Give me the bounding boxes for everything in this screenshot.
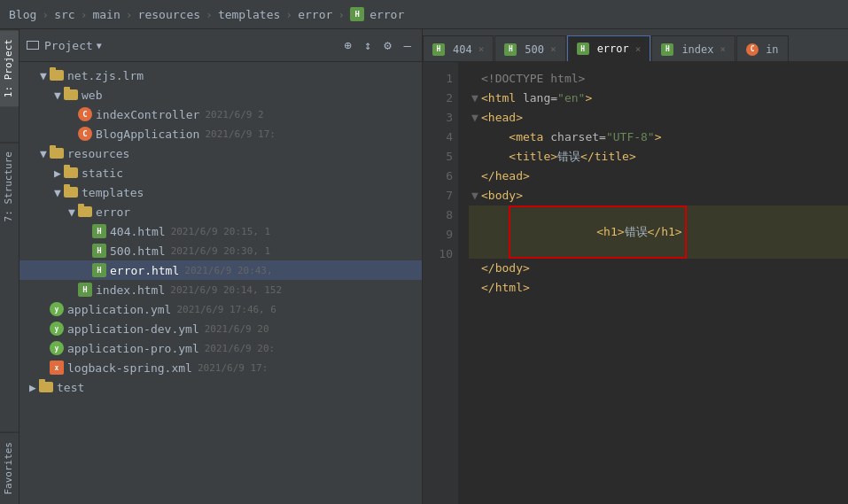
- editor-area: H 404 × H 500 × H error × H index × C in: [423, 29, 848, 504]
- folder-icon: [50, 148, 64, 159]
- line-numbers: 1 2 3 4 5 6 7 8 9 10: [423, 62, 458, 504]
- folder-icon: [64, 89, 78, 100]
- item-name: static: [82, 167, 123, 180]
- code-text: <head>: [481, 108, 523, 128]
- list-item[interactable]: y application-dev.yml 2021/6/9 20: [19, 319, 422, 338]
- code-text: <html: [481, 89, 523, 108]
- list-item[interactable]: C indexController 2021/6/9 2: [19, 105, 422, 124]
- item-name: web: [82, 89, 102, 102]
- tab-close[interactable]: ×: [720, 43, 727, 55]
- list-item[interactable]: ▼ error: [19, 202, 422, 221]
- tab-in[interactable]: C in: [736, 35, 788, 62]
- code-text: [481, 128, 509, 147]
- code-attr: lang=: [523, 89, 557, 108]
- code-text: >: [585, 89, 592, 108]
- code-text: </h1>: [648, 225, 682, 238]
- list-item[interactable]: ▶ static: [19, 163, 422, 182]
- item-meta: 2021/6/9 20:15, 1: [171, 226, 271, 237]
- item-name: resources: [67, 147, 129, 160]
- file-tree: ▼ net.zjs.lrm ▼ web C indexController 20…: [19, 62, 422, 504]
- java-icon: C: [78, 107, 92, 121]
- code-val: "en": [557, 89, 585, 108]
- yaml-icon: y: [50, 322, 64, 336]
- list-item[interactable]: ▶ test: [19, 377, 422, 397]
- panel-dropdown-icon[interactable]: ▼: [97, 41, 102, 50]
- vtab-favorites[interactable]: Favorites: [0, 432, 19, 504]
- tree-arrow: ▶: [27, 381, 39, 393]
- tab-close[interactable]: ×: [478, 43, 485, 55]
- html-icon: H: [92, 263, 106, 277]
- tab-500[interactable]: H 500 ×: [494, 35, 565, 62]
- item-meta: 2021/6/9 20:14, 152: [170, 284, 282, 296]
- breadcrumb-error-file[interactable]: error: [370, 8, 404, 21]
- tab-bar: H 404 × H 500 × H error × H index × C in: [423, 29, 848, 62]
- tab-404[interactable]: H 404 ×: [423, 35, 494, 62]
- breadcrumb-main[interactable]: main: [92, 8, 120, 21]
- fold-arrow: ▼: [469, 108, 481, 128]
- item-name: logback-spring.xml: [67, 361, 192, 375]
- tree-arrow: ▼: [37, 69, 50, 81]
- vtab-structure[interactable]: 7: Structure: [0, 142, 19, 230]
- fold-arrow: ▼: [469, 186, 481, 205]
- panel-btn-scope[interactable]: ⊕: [340, 36, 354, 54]
- breadcrumb-error-folder[interactable]: error: [298, 8, 332, 21]
- item-name: error.html: [110, 264, 179, 277]
- breadcrumb-file-icon: H: [350, 7, 364, 21]
- panel-header: Project ▼ ⊕ ↕ ⚙ —: [19, 29, 422, 62]
- breadcrumb-templates[interactable]: templates: [218, 8, 280, 21]
- folder-icon: [78, 206, 92, 217]
- list-item[interactable]: y application.yml 2021/6/9 17:46, 6: [19, 299, 422, 319]
- list-item[interactable]: x logback-spring.xml 2021/6/9 17:: [19, 358, 422, 377]
- tab-label: 500: [525, 43, 544, 56]
- item-name: 500.html: [110, 244, 166, 258]
- item-name: templates: [82, 186, 144, 199]
- code-line: ▼ <head>: [469, 108, 848, 128]
- list-item[interactable]: ▼ web: [19, 85, 422, 105]
- item-meta: 2021/6/9 20:: [205, 343, 275, 354]
- list-item[interactable]: y application-pro.yml 2021/6/9 20:: [19, 338, 422, 358]
- list-item[interactable]: H 500.html 2021/6/9 20:30, 1: [19, 241, 422, 260]
- list-item[interactable]: ▼ net.zjs.lrm: [19, 66, 422, 85]
- list-item[interactable]: H 404.html 2021/6/9 20:15, 1: [19, 221, 422, 241]
- tab-label: 404: [453, 43, 472, 56]
- code-line: <title>错误</title>: [469, 147, 848, 167]
- vtab-project[interactable]: 1: Project: [0, 29, 19, 106]
- panel-btn-collapse[interactable]: ↕: [361, 36, 375, 54]
- code-editor: 1 2 3 4 5 6 7 8 9 10 <!DOCTYPE html>: [423, 62, 848, 504]
- list-item[interactable]: H error.html 2021/6/9 20:43,: [19, 260, 422, 280]
- item-meta: 2021/6/9 17:46, 6: [176, 304, 276, 315]
- tab-close[interactable]: ×: [550, 43, 556, 55]
- item-meta: 2021/6/9 20:43,: [184, 265, 272, 276]
- list-item[interactable]: ▼ templates: [19, 182, 422, 202]
- folder-icon: [64, 187, 78, 198]
- breadcrumb-src[interactable]: src: [54, 8, 74, 21]
- breadcrumb-resources[interactable]: resources: [138, 8, 200, 21]
- tab-index[interactable]: H index ×: [651, 35, 735, 62]
- item-meta: 2021/6/9 17:: [198, 362, 268, 374]
- tab-close[interactable]: ×: [635, 43, 642, 55]
- item-meta: 2021/6/9 2: [205, 109, 263, 120]
- html-icon: H: [92, 224, 106, 238]
- panel-btn-minimize[interactable]: —: [401, 36, 415, 54]
- list-item[interactable]: C BlogApplication 2021/6/9 17:: [19, 124, 422, 143]
- panel-btn-settings[interactable]: ⚙: [380, 36, 394, 54]
- item-name: application-dev.yml: [67, 322, 199, 336]
- yaml-icon: y: [50, 341, 64, 355]
- code-line: </body>: [469, 259, 848, 278]
- code-text: >: [655, 128, 662, 147]
- code-text: [481, 222, 509, 242]
- code-text: </head>: [481, 167, 530, 186]
- list-item[interactable]: ▼ resources: [19, 143, 422, 163]
- code-text: <body>: [481, 186, 523, 205]
- html-icon: H: [92, 244, 106, 258]
- list-item[interactable]: H index.html 2021/6/9 20:14, 152: [19, 280, 422, 299]
- vertical-tabs: 1: Project 7: Structure Favorites: [0, 29, 19, 504]
- item-meta: 2021/6/9 20: [205, 323, 269, 335]
- item-name: 404.html: [110, 225, 166, 238]
- code-content[interactable]: <!DOCTYPE html> ▼ <html lang="en"> ▼ <he…: [458, 62, 848, 504]
- breadcrumb-blog[interactable]: Blog: [9, 8, 36, 21]
- code-text: 错误: [557, 147, 580, 167]
- tab-error[interactable]: H error ×: [567, 35, 651, 62]
- code-text: <meta: [509, 128, 550, 147]
- item-meta: 2021/6/9 17:: [205, 128, 275, 140]
